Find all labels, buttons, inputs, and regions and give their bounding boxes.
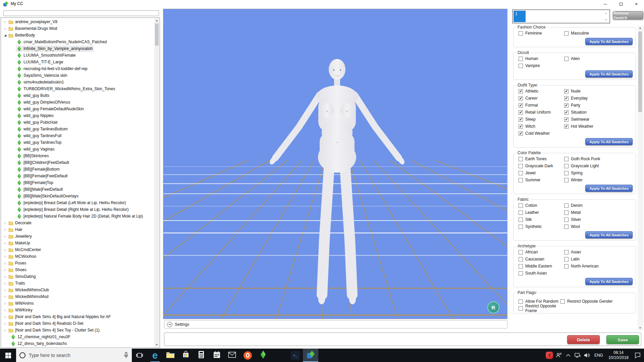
- tree-row[interactable]: wild_guy TanlinesFull: [1, 132, 154, 139]
- expand-icon[interactable]: ▷: [3, 242, 7, 245]
- tree-scrollbar[interactable]: ▲ ▼: [154, 18, 159, 347]
- task-view-button[interactable]: [132, 349, 147, 362]
- swatch-list[interactable]: 1 ▲ ▼: [512, 9, 610, 23]
- sims4studio-taskbar-button[interactable]: [303, 349, 318, 362]
- tree-row[interactable]: ▷Basemental Drugs Mod: [1, 25, 154, 32]
- tree-row[interactable]: [BB][Male]FeetDefault: [1, 186, 154, 193]
- unchecked-checkbox[interactable]: [564, 203, 569, 208]
- tree-row[interactable]: [BB][Male]SkinDefaultOverlays: [1, 193, 154, 199]
- expand-icon[interactable]: ▷: [3, 235, 7, 238]
- expand-icon[interactable]: ▷: [3, 262, 7, 265]
- expand-icon[interactable]: ▷: [3, 248, 7, 251]
- checkbox-witch[interactable]: ✓Witch: [519, 124, 564, 129]
- scroll-up-icon[interactable]: ▲: [638, 25, 643, 31]
- checkbox-wool[interactable]: Wool: [564, 224, 633, 229]
- checkbox-silk[interactable]: Silk: [519, 217, 564, 222]
- unchecked-checkbox[interactable]: [564, 164, 569, 168]
- tree-row[interactable]: ▷WWKinky: [1, 307, 154, 313]
- tree-row[interactable]: ▷MakeUp: [1, 240, 154, 246]
- tree-row[interactable]: TURBODRIVER_WickedWhims_Extra_Skin_Tones: [1, 85, 154, 92]
- checked-checkbox[interactable]: ✓: [519, 96, 523, 101]
- expand-icon[interactable]: ▷: [3, 20, 7, 23]
- expand-icon[interactable]: ▷: [3, 255, 7, 258]
- checkbox-cotton[interactable]: Cotton: [519, 203, 564, 208]
- swatch-1[interactable]: 1: [514, 11, 526, 22]
- chevron-down-icon[interactable]: [167, 322, 172, 327]
- apply-to-all-swatches-button[interactable]: Apply To All Swatches: [585, 231, 633, 238]
- checkbox-grayscale-dark[interactable]: Grayscale Dark: [519, 164, 564, 168]
- checkbox-career[interactable]: ✓Career: [519, 96, 564, 101]
- unchecked-checkbox[interactable]: [519, 164, 523, 168]
- scroll-down-icon[interactable]: ▼: [638, 325, 643, 330]
- checked-checkbox[interactable]: ✓: [564, 89, 569, 94]
- apply-to-all-swatches-button[interactable]: Apply To All Swatches: [585, 70, 633, 77]
- unchecked-checkbox[interactable]: [564, 225, 569, 229]
- remove-swatch-button[interactable]: Remove Swatch: [613, 11, 643, 19]
- tree-row[interactable]: ▷[Noir and Dark Sims 4] Big and Natural …: [1, 313, 154, 320]
- checkbox-human[interactable]: Human: [519, 56, 564, 61]
- unchecked-checkbox[interactable]: [564, 218, 569, 222]
- expand-icon[interactable]: ▷: [3, 329, 7, 332]
- checkbox-alien[interactable]: Alien: [564, 56, 633, 61]
- unchecked-checkbox[interactable]: [564, 264, 569, 268]
- checkbox-cold-weather[interactable]: ✓Cold Weather: [519, 131, 564, 136]
- tree-row[interactable]: [BB]Skintones: [1, 153, 154, 159]
- expand-icon[interactable]: ▷: [3, 309, 7, 312]
- calendar-taskbar-button[interactable]: [209, 349, 224, 362]
- tree-row[interactable]: wild_guy TanlinesTop: [1, 139, 154, 146]
- checkbox-formal[interactable]: ✓Formal: [519, 103, 564, 108]
- checkbox-allow-for-random[interactable]: Allow For Random: [519, 299, 560, 304]
- tree-row[interactable]: ▷MCWoohoo: [1, 253, 154, 260]
- tree-row[interactable]: ▷WickedWhimsMod: [1, 293, 154, 300]
- scroll-up-icon[interactable]: ▲: [154, 18, 159, 23]
- apply-to-all-swatches-button[interactable]: Apply To All Swatches: [585, 38, 633, 45]
- chevron-up-icon[interactable]: [564, 354, 573, 357]
- checkbox-everyday[interactable]: ✓Everyday: [564, 96, 633, 101]
- unchecked-checkbox[interactable]: [519, 157, 523, 161]
- tree-row[interactable]: 1Z_chemise_nightz01_neu3F: [1, 334, 154, 340]
- checkbox-sleep[interactable]: ✓Sleep: [519, 117, 564, 122]
- taskbar-search[interactable]: Type here to search: [16, 349, 132, 362]
- mail-taskbar-button[interactable]: [224, 349, 240, 362]
- expand-icon[interactable]: ▷: [3, 228, 7, 231]
- tree-row[interactable]: ▷Poses: [1, 260, 154, 266]
- tree-row[interactable]: ▷Shoes: [1, 266, 154, 273]
- scroll-down-icon[interactable]: ▼: [154, 342, 159, 347]
- tree-row[interactable]: ▷andrew_poseplayer_V8: [1, 18, 154, 25]
- minimize-button[interactable]: [598, 0, 613, 8]
- unchecked-checkbox[interactable]: [519, 257, 523, 261]
- checkbox-athletic[interactable]: ✓Athletic: [519, 89, 564, 94]
- lenovo-vantage-icon[interactable]: Y: [545, 352, 554, 359]
- checked-checkbox[interactable]: ✓: [564, 103, 569, 108]
- scrollbar-thumb[interactable]: [638, 32, 642, 112]
- save-button[interactable]: Save: [606, 335, 639, 344]
- tree-row[interactable]: ◢BetterBody: [1, 32, 154, 39]
- checkbox-metal[interactable]: Metal: [564, 210, 633, 215]
- unchecked-checkbox[interactable]: [564, 257, 569, 261]
- scrollbar-thumb[interactable]: [155, 23, 159, 46]
- apply-to-all-swatches-button[interactable]: Apply To All Swatches: [585, 138, 633, 145]
- tree-row[interactable]: wild_guy TanlinesBottom: [1, 126, 154, 132]
- tree-row[interactable]: wild_guy Vaginas: [1, 146, 154, 153]
- tree-row[interactable]: ▷WickedWhimsClub: [1, 287, 154, 293]
- tree-row[interactable]: wild_guy Butts: [1, 92, 154, 99]
- origin-taskbar-button[interactable]: [240, 349, 255, 362]
- unchecked-checkbox[interactable]: [519, 57, 523, 61]
- action-center-button[interactable]: [631, 352, 644, 358]
- edge-taskbar-button[interactable]: e: [147, 349, 163, 362]
- checkbox-jewel[interactable]: Jewel: [519, 171, 564, 175]
- checkbox-restrict-opposite-gender[interactable]: Restrict Opposite Gender: [560, 299, 633, 304]
- checkbox-retail-uniform[interactable]: ✓Retail Uniform: [519, 110, 564, 115]
- checkbox-party[interactable]: ✓Party: [564, 103, 633, 108]
- checkbox-north-american[interactable]: North American: [564, 264, 633, 268]
- expand-icon[interactable]: ▷: [3, 302, 7, 305]
- checked-checkbox[interactable]: ✓: [519, 89, 523, 94]
- checked-checkbox[interactable]: ✓: [519, 117, 523, 122]
- unchecked-checkbox[interactable]: [519, 171, 523, 175]
- volume-icon[interactable]: [582, 353, 592, 358]
- network-icon[interactable]: [573, 353, 582, 358]
- file-explorer-taskbar-button[interactable]: [163, 349, 178, 362]
- tree-row[interactable]: sims4nudedetailsskin1: [1, 79, 154, 85]
- people-icon[interactable]: [554, 352, 564, 358]
- cc-filter-input[interactable]: [3, 10, 159, 16]
